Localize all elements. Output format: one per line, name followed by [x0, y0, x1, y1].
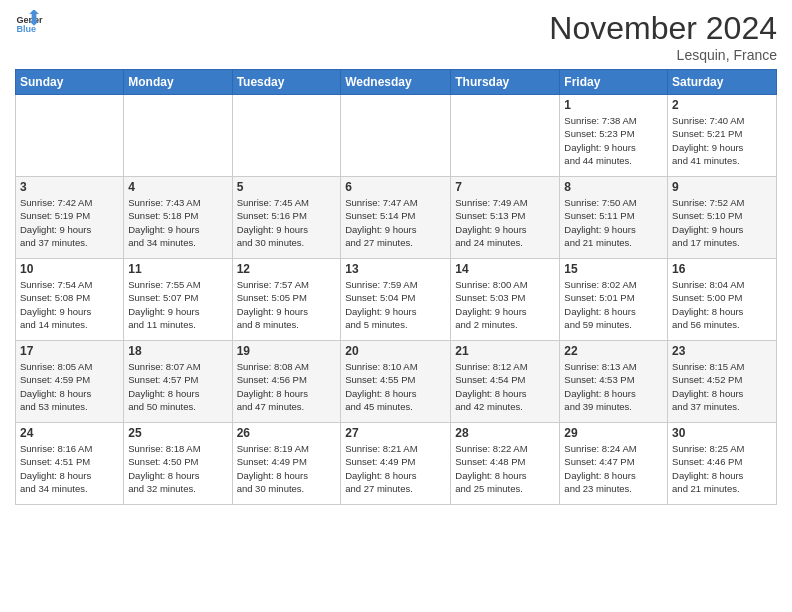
- calendar-cell: 20Sunrise: 8:10 AM Sunset: 4:55 PM Dayli…: [341, 341, 451, 423]
- day-number: 7: [455, 180, 555, 194]
- day-info: Sunrise: 8:18 AM Sunset: 4:50 PM Dayligh…: [128, 442, 227, 495]
- calendar-cell: 3Sunrise: 7:42 AM Sunset: 5:19 PM Daylig…: [16, 177, 124, 259]
- title-area: November 2024 Lesquin, France: [549, 10, 777, 63]
- day-number: 9: [672, 180, 772, 194]
- calendar-cell: 9Sunrise: 7:52 AM Sunset: 5:10 PM Daylig…: [668, 177, 777, 259]
- page-container: General Blue November 2024 Lesquin, Fran…: [0, 0, 792, 612]
- day-info: Sunrise: 8:02 AM Sunset: 5:01 PM Dayligh…: [564, 278, 663, 331]
- day-number: 1: [564, 98, 663, 112]
- day-info: Sunrise: 8:05 AM Sunset: 4:59 PM Dayligh…: [20, 360, 119, 413]
- calendar-cell: 12Sunrise: 7:57 AM Sunset: 5:05 PM Dayli…: [232, 259, 341, 341]
- day-number: 10: [20, 262, 119, 276]
- day-number: 6: [345, 180, 446, 194]
- calendar-table: Sunday Monday Tuesday Wednesday Thursday…: [15, 69, 777, 505]
- day-number: 8: [564, 180, 663, 194]
- day-number: 3: [20, 180, 119, 194]
- calendar-week-4: 17Sunrise: 8:05 AM Sunset: 4:59 PM Dayli…: [16, 341, 777, 423]
- header-tuesday: Tuesday: [232, 70, 341, 95]
- header: General Blue November 2024 Lesquin, Fran…: [15, 10, 777, 63]
- calendar-cell: 8Sunrise: 7:50 AM Sunset: 5:11 PM Daylig…: [560, 177, 668, 259]
- day-info: Sunrise: 7:45 AM Sunset: 5:16 PM Dayligh…: [237, 196, 337, 249]
- day-info: Sunrise: 7:42 AM Sunset: 5:19 PM Dayligh…: [20, 196, 119, 249]
- day-number: 20: [345, 344, 446, 358]
- day-number: 26: [237, 426, 337, 440]
- calendar-cell: 14Sunrise: 8:00 AM Sunset: 5:03 PM Dayli…: [451, 259, 560, 341]
- day-info: Sunrise: 8:08 AM Sunset: 4:56 PM Dayligh…: [237, 360, 337, 413]
- day-number: 17: [20, 344, 119, 358]
- calendar-week-3: 10Sunrise: 7:54 AM Sunset: 5:08 PM Dayli…: [16, 259, 777, 341]
- calendar-cell: 10Sunrise: 7:54 AM Sunset: 5:08 PM Dayli…: [16, 259, 124, 341]
- day-info: Sunrise: 8:25 AM Sunset: 4:46 PM Dayligh…: [672, 442, 772, 495]
- calendar-cell: 13Sunrise: 7:59 AM Sunset: 5:04 PM Dayli…: [341, 259, 451, 341]
- calendar-cell: 28Sunrise: 8:22 AM Sunset: 4:48 PM Dayli…: [451, 423, 560, 505]
- day-info: Sunrise: 7:49 AM Sunset: 5:13 PM Dayligh…: [455, 196, 555, 249]
- header-friday: Friday: [560, 70, 668, 95]
- day-info: Sunrise: 7:52 AM Sunset: 5:10 PM Dayligh…: [672, 196, 772, 249]
- calendar-cell: 15Sunrise: 8:02 AM Sunset: 5:01 PM Dayli…: [560, 259, 668, 341]
- calendar-cell: 7Sunrise: 7:49 AM Sunset: 5:13 PM Daylig…: [451, 177, 560, 259]
- day-info: Sunrise: 8:19 AM Sunset: 4:49 PM Dayligh…: [237, 442, 337, 495]
- day-number: 12: [237, 262, 337, 276]
- calendar-cell: 1Sunrise: 7:38 AM Sunset: 5:23 PM Daylig…: [560, 95, 668, 177]
- day-info: Sunrise: 7:54 AM Sunset: 5:08 PM Dayligh…: [20, 278, 119, 331]
- day-number: 24: [20, 426, 119, 440]
- day-number: 29: [564, 426, 663, 440]
- month-title: November 2024: [549, 10, 777, 47]
- day-number: 21: [455, 344, 555, 358]
- day-info: Sunrise: 7:38 AM Sunset: 5:23 PM Dayligh…: [564, 114, 663, 167]
- calendar-week-1: 1Sunrise: 7:38 AM Sunset: 5:23 PM Daylig…: [16, 95, 777, 177]
- calendar-cell: 11Sunrise: 7:55 AM Sunset: 5:07 PM Dayli…: [124, 259, 232, 341]
- header-monday: Monday: [124, 70, 232, 95]
- day-info: Sunrise: 7:50 AM Sunset: 5:11 PM Dayligh…: [564, 196, 663, 249]
- logo-icon: General Blue: [15, 10, 43, 38]
- day-number: 13: [345, 262, 446, 276]
- calendar-cell: 17Sunrise: 8:05 AM Sunset: 4:59 PM Dayli…: [16, 341, 124, 423]
- calendar-cell: 5Sunrise: 7:45 AM Sunset: 5:16 PM Daylig…: [232, 177, 341, 259]
- day-number: 5: [237, 180, 337, 194]
- day-info: Sunrise: 8:12 AM Sunset: 4:54 PM Dayligh…: [455, 360, 555, 413]
- day-number: 28: [455, 426, 555, 440]
- location: Lesquin, France: [549, 47, 777, 63]
- day-number: 23: [672, 344, 772, 358]
- day-info: Sunrise: 7:55 AM Sunset: 5:07 PM Dayligh…: [128, 278, 227, 331]
- calendar-cell: 18Sunrise: 8:07 AM Sunset: 4:57 PM Dayli…: [124, 341, 232, 423]
- calendar-cell: [341, 95, 451, 177]
- day-info: Sunrise: 7:57 AM Sunset: 5:05 PM Dayligh…: [237, 278, 337, 331]
- calendar-cell: 16Sunrise: 8:04 AM Sunset: 5:00 PM Dayli…: [668, 259, 777, 341]
- calendar-cell: 26Sunrise: 8:19 AM Sunset: 4:49 PM Dayli…: [232, 423, 341, 505]
- day-info: Sunrise: 8:07 AM Sunset: 4:57 PM Dayligh…: [128, 360, 227, 413]
- header-saturday: Saturday: [668, 70, 777, 95]
- header-sunday: Sunday: [16, 70, 124, 95]
- day-number: 15: [564, 262, 663, 276]
- day-number: 25: [128, 426, 227, 440]
- day-number: 14: [455, 262, 555, 276]
- day-info: Sunrise: 8:00 AM Sunset: 5:03 PM Dayligh…: [455, 278, 555, 331]
- calendar-cell: 6Sunrise: 7:47 AM Sunset: 5:14 PM Daylig…: [341, 177, 451, 259]
- calendar-week-5: 24Sunrise: 8:16 AM Sunset: 4:51 PM Dayli…: [16, 423, 777, 505]
- day-info: Sunrise: 8:13 AM Sunset: 4:53 PM Dayligh…: [564, 360, 663, 413]
- day-info: Sunrise: 7:47 AM Sunset: 5:14 PM Dayligh…: [345, 196, 446, 249]
- day-number: 22: [564, 344, 663, 358]
- calendar-header-row: Sunday Monday Tuesday Wednesday Thursday…: [16, 70, 777, 95]
- day-number: 27: [345, 426, 446, 440]
- calendar-cell: [232, 95, 341, 177]
- calendar-cell: 24Sunrise: 8:16 AM Sunset: 4:51 PM Dayli…: [16, 423, 124, 505]
- svg-text:General: General: [16, 15, 43, 25]
- day-number: 30: [672, 426, 772, 440]
- calendar-cell: 21Sunrise: 8:12 AM Sunset: 4:54 PM Dayli…: [451, 341, 560, 423]
- calendar-week-2: 3Sunrise: 7:42 AM Sunset: 5:19 PM Daylig…: [16, 177, 777, 259]
- calendar-cell: 19Sunrise: 8:08 AM Sunset: 4:56 PM Dayli…: [232, 341, 341, 423]
- calendar-cell: 30Sunrise: 8:25 AM Sunset: 4:46 PM Dayli…: [668, 423, 777, 505]
- day-number: 18: [128, 344, 227, 358]
- day-number: 16: [672, 262, 772, 276]
- day-info: Sunrise: 8:15 AM Sunset: 4:52 PM Dayligh…: [672, 360, 772, 413]
- calendar-cell: [124, 95, 232, 177]
- svg-text:Blue: Blue: [16, 24, 36, 34]
- day-info: Sunrise: 7:59 AM Sunset: 5:04 PM Dayligh…: [345, 278, 446, 331]
- day-number: 2: [672, 98, 772, 112]
- day-info: Sunrise: 8:21 AM Sunset: 4:49 PM Dayligh…: [345, 442, 446, 495]
- calendar-cell: 25Sunrise: 8:18 AM Sunset: 4:50 PM Dayli…: [124, 423, 232, 505]
- day-info: Sunrise: 8:22 AM Sunset: 4:48 PM Dayligh…: [455, 442, 555, 495]
- day-info: Sunrise: 7:43 AM Sunset: 5:18 PM Dayligh…: [128, 196, 227, 249]
- day-info: Sunrise: 8:24 AM Sunset: 4:47 PM Dayligh…: [564, 442, 663, 495]
